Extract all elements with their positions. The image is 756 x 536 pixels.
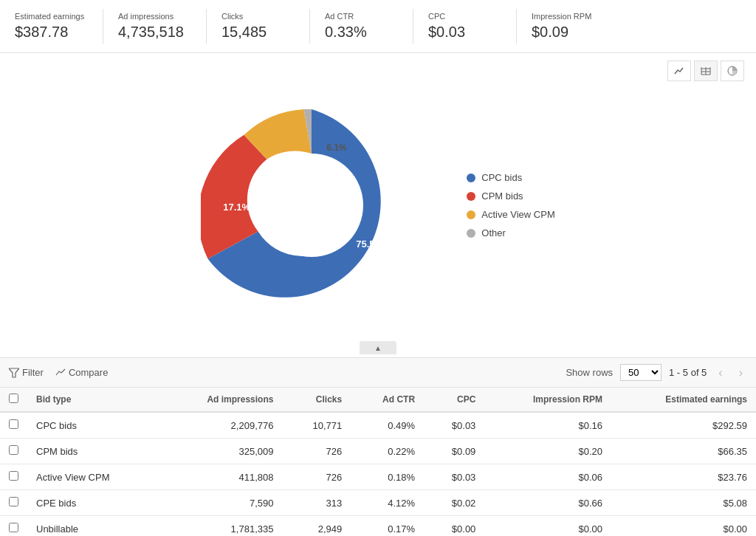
metric-label: Estimated earnings [15,12,88,21]
chart-legend: CPC bids CPM bids Active View CPM Other [467,172,554,238]
estimated-earnings-cell: $292.59 [611,412,756,439]
ad-impressions-cell: 7,590 [160,490,283,516]
clicks-cell: 726 [282,464,351,490]
svg-marker-8 [9,368,19,377]
next-page-button[interactable]: › [735,365,747,381]
bid-type-cell: Active View CPM [27,464,160,490]
row-checkbox[interactable] [9,471,18,481]
table-row: Unbillable 1,781,335 2,949 0.17% $0.00 $… [0,516,756,537]
legend-label: CPC bids [481,172,522,183]
metric-item: Ad CTR 0.33% [310,9,413,44]
impression-rpm-cell: $0.06 [484,464,611,490]
legend-dot [467,173,475,182]
legend-label: Active View CPM [481,209,554,220]
table-view-btn[interactable] [694,61,718,81]
metric-label: CPC [428,12,501,21]
compare-icon [55,368,66,378]
header-row: Bid typeAd impressionsClicksAd CTRCPCImp… [0,388,756,412]
table-body: CPC bids 2,209,776 10,771 0.49% $0.03 $0… [0,412,756,536]
clicks-cell: 2,949 [282,516,351,537]
metric-value: 0.33% [325,24,398,41]
metric-value: $387.78 [15,24,88,41]
table-row: CPC bids 2,209,776 10,771 0.49% $0.03 $0… [0,412,756,439]
column-header: Ad CTR [351,388,424,412]
row-checkbox-cell[interactable] [0,439,27,464]
filter-label: Filter [22,367,44,378]
chart-toolbar [12,61,744,81]
filter-icon [9,368,19,378]
row-checkbox[interactable] [9,419,18,429]
cpc-cell: $0.03 [424,412,484,439]
collapse-handle[interactable]: ▲ [0,338,756,357]
data-table: Bid typeAd impressionsClicksAd CTRCPCImp… [0,388,756,536]
bid-type-cell: CPM bids [27,439,160,464]
cpc-cell: $0.03 [424,464,484,490]
clicks-cell: 10,771 [282,412,351,439]
show-rows-label: Show rows [566,367,613,378]
ad-impressions-cell: 1,781,335 [160,516,283,537]
chart-section: 75.5% 17.1% 6.1% CPC bids CPM bids Activ… [0,53,756,338]
clicks-cell: 726 [282,439,351,464]
column-header: Impression RPM [484,388,611,412]
bid-type-cell: CPC bids [27,412,160,439]
impression-rpm-cell: $0.66 [484,490,611,516]
estimated-earnings-cell: $5.08 [611,490,756,516]
donut-chart: 75.5% 17.1% 6.1% [201,95,422,316]
legend-label: CPM bids [481,190,523,202]
table-section: Filter Compare Show rows 102550100 1 - 5… [0,357,756,536]
row-checkbox-cell[interactable] [0,464,27,490]
bid-type-cell: Unbillable [27,516,160,537]
column-header: Ad impressions [160,388,283,412]
row-checkbox-cell[interactable] [0,516,27,537]
row-checkbox[interactable] [9,445,18,455]
legend-item: Active View CPM [467,209,554,220]
legend-item: Other [467,227,554,238]
estimated-earnings-cell: $66.35 [611,439,756,464]
compare-button[interactable]: Compare [55,367,108,378]
ad-ctr-cell: 0.22% [351,439,424,464]
impression-rpm-cell: $0.16 [484,412,611,439]
legend-dot [467,229,475,238]
table-header: Bid typeAd impressionsClicksAd CTRCPCImp… [0,388,756,412]
metric-item: Impression RPM $0.09 [517,9,620,44]
ad-ctr-cell: 0.49% [351,412,424,439]
chart-area: 75.5% 17.1% 6.1% CPC bids CPM bids Activ… [12,87,744,331]
metric-item: CPC $0.03 [413,9,517,44]
row-checkbox-cell[interactable] [0,490,27,516]
ad-impressions-cell: 2,209,776 [160,412,283,439]
metric-item: Estimated earnings $387.78 [0,9,103,44]
ad-impressions-cell: 325,009 [160,439,283,464]
table-row: CPE bids 7,590 313 4.12% $0.02 $0.66 $5.… [0,490,756,516]
toolbar-left: Filter Compare [9,367,108,378]
column-header [0,388,27,412]
column-header: Clicks [282,388,351,412]
column-header: Estimated earnings [611,388,756,412]
metric-label: Clicks [221,12,295,21]
prev-page-button[interactable]: ‹ [714,365,726,381]
legend-label: Other [481,227,506,238]
page-info: 1 - 5 of 5 [669,367,707,378]
metric-label: Ad CTR [325,12,398,21]
metric-value: 15,485 [221,24,295,41]
row-checkbox[interactable] [9,497,18,506]
legend-dot [467,210,475,219]
filter-button[interactable]: Filter [9,367,44,378]
line-chart-btn[interactable] [667,61,691,81]
metric-value: 4,735,518 [118,24,191,41]
row-checkbox[interactable] [9,523,18,532]
column-header: CPC [424,388,484,412]
pie-chart-btn[interactable] [721,61,744,81]
rows-per-page-select[interactable]: 102550100 [620,364,662,381]
row-checkbox-cell[interactable] [0,412,27,439]
collapse-button[interactable]: ▲ [360,341,396,354]
select-all-checkbox[interactable] [9,394,18,403]
estimated-earnings-cell: $23.76 [611,464,756,490]
svg-point-7 [260,154,363,257]
metric-item: Clicks 15,485 [207,9,310,44]
legend-item: CPM bids [467,190,554,202]
metrics-bar: Estimated earnings $387.78 Ad impression… [0,0,756,53]
impression-rpm-cell: $0.20 [484,439,611,464]
legend-dot [467,192,475,201]
ad-ctr-cell: 0.17% [351,516,424,537]
ad-ctr-cell: 4.12% [351,490,424,516]
